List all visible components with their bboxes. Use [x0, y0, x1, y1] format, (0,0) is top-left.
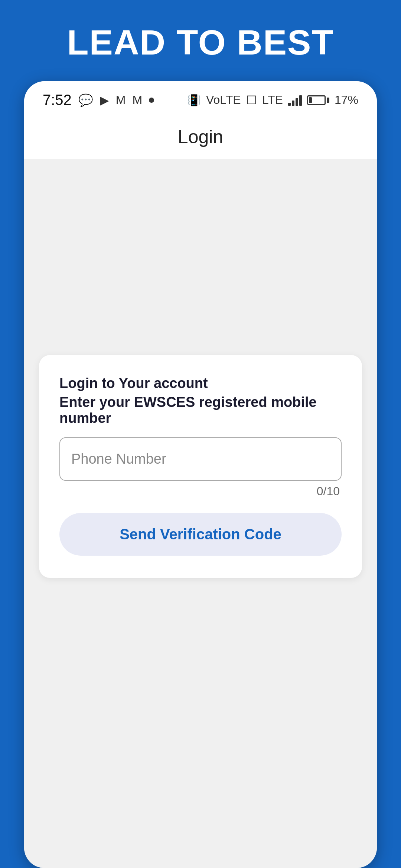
screen-content: Login to Your account Enter your EWSCES … [24, 159, 377, 868]
battery-percent: 17% [335, 93, 358, 107]
status-bar: 7:52 💬 ▶ M M 📳 VoLTE ☐ LTE [24, 81, 377, 115]
battery-icon [307, 95, 329, 105]
status-right: 📳 VoLTE ☐ LTE 17% [187, 93, 358, 107]
lte-label: LTE [262, 93, 283, 107]
signal-bars-icon [288, 95, 302, 106]
vibrate-icon: 📳 [187, 93, 201, 106]
header-banner: LEAD TO BEST [0, 0, 401, 81]
card-title: Login to Your account [59, 375, 342, 391]
volte-label: VoLTE [206, 93, 241, 107]
phone-input-wrapper: 0/10 [59, 437, 342, 498]
status-left: 7:52 💬 ▶ M M [43, 92, 154, 108]
send-verification-code-button[interactable]: Send Verification Code [59, 513, 342, 556]
gmail-icon: M [116, 93, 126, 107]
card-subtitle: Enter your EWSCES registered mobile numb… [59, 394, 342, 426]
whatsapp-icon: 💬 [78, 93, 93, 107]
wifi-icon: ☐ [246, 93, 257, 107]
notification-dot [149, 98, 154, 103]
login-card: Login to Your account Enter your EWSCES … [39, 355, 362, 578]
header-title: LEAD TO BEST [67, 22, 334, 63]
app-bar: Login [24, 115, 377, 159]
app-bar-title: Login [178, 126, 223, 148]
status-time: 7:52 [43, 92, 72, 108]
youtube-icon: ▶ [100, 93, 109, 107]
gmail2-icon: M [133, 93, 143, 107]
char-count: 0/10 [59, 484, 342, 498]
card-heading: Login to Your account Enter your EWSCES … [59, 375, 342, 426]
phone-input[interactable] [59, 437, 342, 481]
phone-screen: 7:52 💬 ▶ M M 📳 VoLTE ☐ LTE [24, 81, 377, 868]
